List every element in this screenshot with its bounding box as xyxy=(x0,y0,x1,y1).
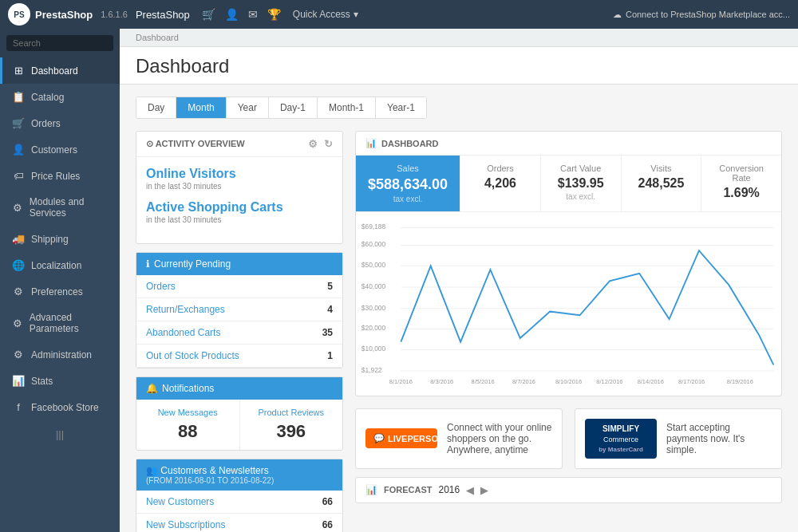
sidebar-item-facebook-store[interactable]: f Facebook Store xyxy=(0,394,120,420)
sidebar-item-catalog[interactable]: 📋 Catalog xyxy=(0,84,120,110)
new-customers-link[interactable]: New Customers xyxy=(146,496,214,507)
pending-panel: ℹ Currently Pending Orders 5 Return/Exch… xyxy=(136,252,343,368)
price-rules-icon: 🏷 xyxy=(12,170,25,182)
sidebar-item-localization[interactable]: 🌐 Localization xyxy=(0,252,120,278)
filter-day[interactable]: Day xyxy=(136,97,176,118)
filter-year[interactable]: Year xyxy=(227,97,269,118)
forecast-year: 2016 xyxy=(439,484,460,495)
brand-name[interactable]: PrestaShop xyxy=(136,9,190,21)
cart-value: $139.95 xyxy=(553,176,609,191)
svg-text:8/17/2016: 8/17/2016 xyxy=(678,378,705,385)
sidebar-item-customers[interactable]: 👤 Customers xyxy=(0,136,120,163)
pending-orders-link[interactable]: Orders xyxy=(146,281,176,292)
sidebar-item-stats[interactable]: 📊 Stats xyxy=(0,368,120,394)
pending-carts-link[interactable]: Abandoned Carts xyxy=(146,327,220,338)
sidebar-item-dashboard[interactable]: ⊞ Dashboard xyxy=(0,57,120,84)
new-messages-label[interactable]: New Messages xyxy=(144,408,231,417)
orders-value: 4,206 xyxy=(472,176,528,191)
admin-icon: ⚙ xyxy=(12,349,25,361)
product-reviews-label[interactable]: Product Reviews xyxy=(248,408,335,417)
chart-icon: 📊 xyxy=(365,138,377,148)
sidebar-item-preferences[interactable]: ⚙ Preferences xyxy=(0,278,120,305)
forecast-bar: 📊 FORECAST 2016 ◀ ▶ xyxy=(355,477,782,503)
conversion-label: Conversion Rate xyxy=(713,164,769,183)
filter-month-1[interactable]: Month-1 xyxy=(318,97,376,118)
stat-conversion[interactable]: Conversion Rate 1.69% xyxy=(701,156,781,211)
new-customers-count: 66 xyxy=(322,496,333,507)
forecast-prev-icon[interactable]: ◀ xyxy=(466,484,474,496)
active-carts-count: 4 xyxy=(323,200,333,205)
sidebar-item-orders[interactable]: 🛒 Orders xyxy=(0,110,120,136)
stat-visits[interactable]: Visits 248,525 xyxy=(622,156,702,211)
sidebar-item-administration[interactable]: ⚙ Administration xyxy=(0,341,120,368)
filter-day-1[interactable]: Day-1 xyxy=(269,97,318,118)
forecast-label: FORECAST xyxy=(384,485,433,495)
forecast-next-icon[interactable]: ▶ xyxy=(480,484,488,496)
modules-icon: ⚙ xyxy=(12,202,23,214)
settings-icon[interactable]: ⚙ xyxy=(308,138,318,150)
logo-area[interactable]: PS PrestaShop 1.6.1.6 xyxy=(8,3,128,26)
sales-sub: tax excl. xyxy=(368,195,448,203)
stat-cart-value[interactable]: Cart Value $139.95 tax excl. xyxy=(541,156,622,211)
sidebar-item-advanced-parameters[interactable]: ⚙ Advanced Parameters xyxy=(0,305,120,341)
pending-stock-link[interactable]: Out of Stock Products xyxy=(146,350,239,361)
activity-header: ⊙ ACTIVITY OVERVIEW ⚙ ↻ xyxy=(136,132,342,157)
cart-icon[interactable]: 🛒 xyxy=(202,8,215,21)
pending-returns-link[interactable]: Return/Exchanges xyxy=(146,304,225,315)
sidebar-search-area xyxy=(0,29,120,57)
dashboard-stats-header: 📊 DASHBOARD xyxy=(356,132,781,156)
user-icon[interactable]: 👤 xyxy=(225,8,239,21)
liveperson-panel: 💬 LIVEPERSON Connect with your online sh… xyxy=(355,408,563,469)
bell-icon: 🔔 xyxy=(146,383,158,394)
facebook-icon: f xyxy=(12,401,25,413)
pending-carts: Abandoned Carts 35 xyxy=(136,321,342,345)
sidebar-item-modules[interactable]: ⚙ Modules and Services xyxy=(0,189,120,226)
notifications-panel: 🔔 Notifications New Messages 88 Product … xyxy=(136,376,343,451)
pending-stock: Out of Stock Products 1 xyxy=(136,345,342,368)
visits-label: Visits xyxy=(634,164,689,173)
simplify-text: Start accepting payments now. It's simpl… xyxy=(666,422,772,455)
sidebar-item-label: Orders xyxy=(31,118,61,129)
sidebar-toggle[interactable]: ||| xyxy=(0,420,120,448)
breadcrumb: Dashboard xyxy=(120,29,798,47)
nav-icons: 🛒 👤 ✉ 🏆 xyxy=(202,8,281,21)
svg-text:8/1/2016: 8/1/2016 xyxy=(389,378,413,385)
stats-row: Sales $588,634.00 tax excl. Orders 4,206… xyxy=(356,156,781,212)
customers-date-range: (FROM 2016-08-01 TO 2016-08-22) xyxy=(146,476,333,485)
localization-icon: 🌐 xyxy=(12,259,25,271)
activity-title: ⊙ ACTIVITY OVERVIEW xyxy=(146,139,245,149)
page-title: Dashboard xyxy=(136,55,782,77)
group-icon: 👥 xyxy=(146,465,158,476)
dashboard-stats-panel: 📊 DASHBOARD Sales $588,634.00 tax excl. xyxy=(355,131,782,396)
pending-items-list: Orders 5 Return/Exchanges 4 Abandoned Ca… xyxy=(136,275,342,368)
top-navigation: PS PrestaShop 1.6.1.6 PrestaShop 🛒 👤 ✉ 🏆… xyxy=(0,0,798,29)
simplify-panel: SIMPLIFY Commerce by MasterCard Start ac… xyxy=(575,408,782,469)
liveperson-logo: 💬 LIVEPERSON xyxy=(365,428,437,448)
connect-text[interactable]: Connect to PrestaShop Marketplace acc... xyxy=(626,10,790,19)
catalog-icon: 📋 xyxy=(12,91,25,103)
quick-access-menu[interactable]: Quick Access xyxy=(293,9,358,20)
stat-sales[interactable]: Sales $588,634.00 tax excl. xyxy=(356,156,460,211)
refresh-icon[interactable]: ↻ xyxy=(324,138,333,150)
search-input[interactable] xyxy=(6,35,113,51)
online-visitors-count: 40 xyxy=(314,167,333,171)
filter-year-1[interactable]: Year-1 xyxy=(376,97,426,118)
new-subscriptions-link[interactable]: New Subscriptions xyxy=(146,519,225,530)
svg-text:$60,000: $60,000 xyxy=(361,240,386,248)
sales-chart: $69,188 $60,000 $50,000 $40,000 $30,000 … xyxy=(356,212,781,396)
pending-returns: Return/Exchanges 4 xyxy=(136,298,342,321)
stat-orders[interactable]: Orders 4,206 xyxy=(460,156,541,211)
connect-area[interactable]: ☁ Connect to PrestaShop Marketplace acc.… xyxy=(613,10,790,20)
quick-access-chevron xyxy=(354,9,358,20)
svg-text:$10,000: $10,000 xyxy=(361,345,386,353)
svg-text:$69,188: $69,188 xyxy=(361,223,386,231)
new-messages-count: 88 xyxy=(144,421,231,442)
new-messages-col: New Messages 88 xyxy=(136,400,240,450)
sidebar-item-price-rules[interactable]: 🏷 Price Rules xyxy=(0,163,120,189)
svg-text:8/5/2016: 8/5/2016 xyxy=(472,378,495,385)
email-icon[interactable]: ✉ xyxy=(248,8,258,21)
orders-icon: 🛒 xyxy=(12,117,25,129)
trophy-icon[interactable]: 🏆 xyxy=(267,8,281,21)
sidebar-item-shipping[interactable]: 🚚 Shipping xyxy=(0,226,120,252)
filter-month[interactable]: Month xyxy=(176,97,226,118)
